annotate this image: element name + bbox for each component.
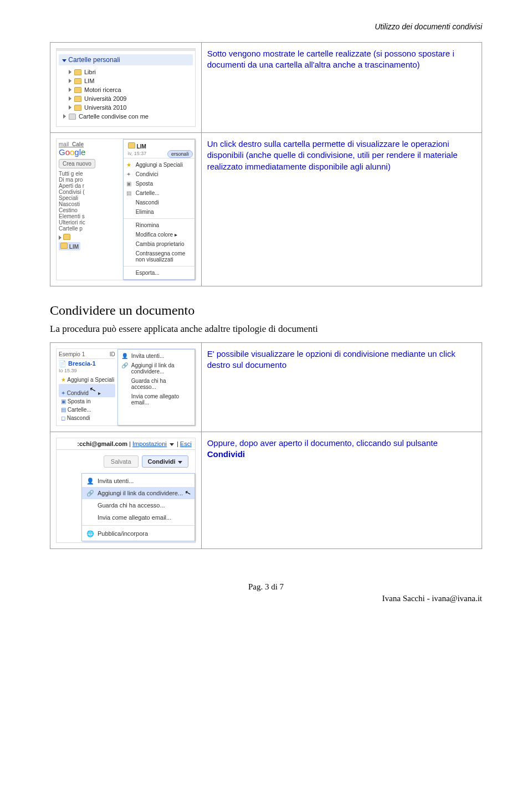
chevron-right-icon [69, 96, 71, 101]
mail-link: mail Cale [59, 141, 121, 147]
chevron-right-icon [69, 105, 71, 110]
menu-item: Contrassegna come non visualizzati [124, 249, 195, 264]
menu-item: ✦Condivici [124, 170, 195, 179]
cursor-icon [90, 385, 96, 395]
caret-down-icon [170, 443, 174, 446]
menu-item: Guarda chi ha accesso... [118, 376, 195, 392]
folder-context-menu: LIM iv, 15:37 ★Aggiungi a Speciali ✦Cond… [123, 139, 195, 280]
menu-item: 🔗Aggiungi il link da condividere... [118, 361, 195, 376]
menu-item: Guarda chi ha accesso... [82, 499, 195, 511]
page-number: Pag. 3 di 7 [50, 582, 482, 592]
menu-item-highlighted: 🔗Aggiungi il link da condividere...↖ [82, 487, 195, 499]
page-header: Utilizzo dei documenti condivisi [50, 22, 482, 31]
menu-item: 🌐Pubblica/incorpora [82, 527, 195, 540]
menu-item: Modifica colore ▸ [124, 230, 195, 239]
menu-item: ★Aggiungi a Speciali [124, 160, 195, 170]
folder-tree-screenshot: Cartelle personali Libri LIM Motori rice… [56, 48, 196, 127]
condividi-dropdown: 👤Invita utenti... 🔗Aggiungi il link da c… [81, 473, 195, 541]
chevron-right-icon [69, 79, 71, 83]
folder-icon [128, 142, 135, 148]
chevron-right-icon [63, 114, 66, 119]
chevron-right-icon [69, 88, 71, 92]
table-1: Cartelle personali Libri LIM Motori rice… [50, 42, 482, 286]
menu-item: Cambia proprietario [124, 239, 195, 249]
folder-icon [74, 78, 81, 84]
link-icon: 🔗 [86, 490, 94, 497]
saved-button: Salvata [104, 455, 139, 468]
context-menu-screenshot: mail Cale Google Crea nuovo Tutti g ele … [56, 139, 196, 280]
star-icon: ★ [126, 162, 131, 168]
folder-icon: ▤ [126, 190, 131, 196]
folder-icon [74, 96, 81, 102]
folder-icon: ▤ [61, 407, 66, 413]
section-heading: Condividere un documento [50, 303, 482, 318]
row1-description: Sotto vengono mostrate le cartelle reali… [201, 43, 482, 133]
menu-item: Invia come allegato email... [118, 392, 195, 407]
menu-item: Esporta... [124, 268, 195, 278]
menu-item: 👤Invita utenti... [118, 351, 195, 361]
menu-item: Rinomina [124, 220, 195, 230]
chevron-down-icon [62, 59, 66, 62]
menu-item: ▤Cartelle... [124, 188, 195, 198]
personal-badge: ersonali [167, 150, 193, 158]
hide-icon: ◻ [61, 415, 65, 421]
menu-item: 👤Invita utenti... [82, 475, 195, 487]
document-time: Io 15.39 [59, 368, 115, 373]
condivid-highlight: ✦ Condivid ▸ [59, 384, 115, 397]
folder-shared-icon [69, 114, 76, 120]
row2-description: Un click destro sulla cartella permette … [201, 133, 482, 286]
folder-icon [74, 87, 81, 93]
folder-icon [63, 234, 70, 240]
user-icon: 👤 [121, 353, 128, 359]
menu-item: Elimina [124, 207, 195, 217]
table-2: Esempio 1 ID 📄 Brescia-1 Io 15.39 ★ Aggi… [50, 342, 482, 549]
row4-description: Oppure, dopo aver aperto il documento, c… [201, 432, 482, 549]
link-icon: 🔗 [121, 362, 128, 368]
menu-item: ▣Sposta [124, 179, 195, 188]
author-line: Ivana Sacchi - ivana@ivana.it [50, 594, 482, 603]
google-logo: Google [59, 147, 121, 157]
folder-icon [74, 69, 81, 75]
doc-header: :cchi@gmail.com | Impostazioni | Esci [57, 438, 195, 450]
folder-icon [74, 105, 81, 111]
section-description: La procedura può essere applicata anche … [50, 324, 482, 335]
create-new-button: Crea nuovo [59, 159, 95, 168]
menu-item: Nascondi [124, 198, 195, 207]
caret-down-icon [178, 461, 182, 464]
menu-item: Invia come allegato email... [82, 511, 195, 524]
share-submenu: 👤Invita utenti... 🔗Aggiungi il link da c… [117, 349, 195, 425]
folder-icon [60, 243, 68, 249]
globe-icon: 🌐 [86, 530, 94, 537]
star-icon: ★ [61, 377, 66, 383]
share-icon: ✦ [61, 390, 65, 396]
chevron-right-icon [69, 70, 71, 74]
cursor-icon: ↖ [184, 488, 192, 498]
doc-context-screenshot: Esempio 1 ID 📄 Brescia-1 Io 15.39 ★ Aggi… [56, 348, 196, 426]
condividi-button-screenshot: :cchi@gmail.com | Impostazioni | Esci Sa… [56, 438, 196, 543]
row3-description: E' possibile visualizzare le opzioni di … [201, 343, 482, 432]
share-icon: ✦ [126, 171, 131, 177]
move-icon: ▣ [61, 398, 66, 404]
move-icon: ▣ [126, 181, 131, 187]
chevron-right-icon [59, 235, 62, 240]
condividi-button[interactable]: Condividi [142, 455, 188, 468]
user-icon: 👤 [86, 478, 94, 485]
document-name: 📄 Brescia-1 [59, 360, 115, 367]
folder-header: Cartelle personali [59, 54, 193, 65]
